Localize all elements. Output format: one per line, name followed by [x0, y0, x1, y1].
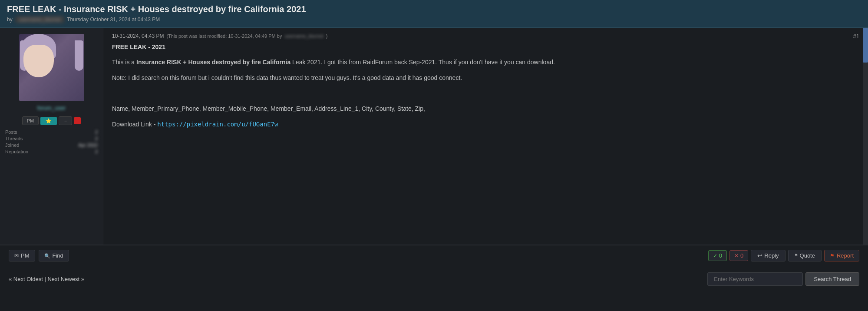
- stat-joined-val: Apr 2022: [78, 142, 98, 148]
- vote-down-count: 0: [740, 252, 743, 259]
- pm-label: PM: [21, 252, 30, 259]
- stat-rep: Reputation 2: [5, 149, 98, 154]
- post-modifier-name: username_blurred: [284, 33, 323, 39]
- post-paragraph-3: [112, 89, 859, 99]
- quote-icon: [795, 252, 798, 259]
- post-modified-text: (This post was last modified: 10-31-2024…: [166, 33, 282, 39]
- user-actions-row: PM ⭐ ···: [22, 116, 81, 125]
- footer-nav: « Next Oldest | Next Newest » Search Thr…: [0, 266, 868, 292]
- scrollbar-thumb[interactable]: [863, 28, 868, 63]
- vote-down-icon: [734, 252, 739, 259]
- stat-posts: Posts 2: [5, 129, 98, 135]
- post-user-panel: forum_user PM ⭐ ··· Posts 2 Threads 2 Jo…: [0, 28, 103, 245]
- post-paragraph-1: This is a Insurance RISK + Houses destro…: [112, 57, 859, 68]
- search-keywords-input[interactable]: [707, 272, 803, 286]
- download-label: Download Link -: [112, 121, 157, 128]
- post-actions-right: 0 0 Reply Quote Report: [708, 250, 859, 261]
- quote-label: Quote: [800, 252, 815, 259]
- post-number: #1: [853, 33, 859, 40]
- post-content-panel: #1 10-31-2024, 04:43 PM (This post was l…: [103, 28, 868, 245]
- thread-date: Thursday October 31, 2024 at 04:43 PM: [67, 17, 160, 23]
- post-actions-bar: PM Find 0 0 Reply Quote: [0, 245, 868, 266]
- avatar-image: [19, 34, 84, 101]
- stat-threads: Threads 2: [5, 136, 98, 141]
- report-button[interactable]: Report: [824, 250, 859, 261]
- stat-threads-label: Threads: [5, 136, 23, 141]
- user-badge-icon: [74, 117, 81, 124]
- stat-joined: Joined Apr 2022: [5, 142, 98, 148]
- user-stats: Posts 2 Threads 2 Joined Apr 2022 Reputa…: [5, 129, 98, 156]
- user-btn-1[interactable]: PM: [22, 116, 39, 125]
- nav-newest-link[interactable]: Next Newest »: [47, 276, 84, 282]
- vote-up-icon: [713, 252, 717, 259]
- thread-header: FREE LEAK - Insurance RISK + Houses dest…: [0, 0, 868, 28]
- post-modifier-close: ): [326, 33, 328, 39]
- post-username: forum_user: [37, 105, 66, 111]
- download-url[interactable]: https://pixeldrain.com/u/fUGanE7w: [157, 121, 278, 128]
- vote-up-count: 0: [719, 252, 722, 259]
- stat-posts-val: 2: [95, 129, 98, 135]
- post-body: This is a Insurance RISK + Houses destro…: [112, 57, 859, 130]
- thread-title: FREE LEAK - Insurance RISK + Houses dest…: [7, 4, 861, 14]
- post-download-line: Download Link - https://pixeldrain.com/u…: [112, 119, 859, 130]
- user-avatar: [19, 34, 84, 101]
- body-link: Insurance RISK + Houses destroyed by fir…: [136, 59, 290, 66]
- body-suffix: Leak 2021. I got this from RaidForum bac…: [290, 59, 555, 66]
- stat-posts-label: Posts: [5, 129, 17, 135]
- find-button[interactable]: Find: [39, 250, 69, 261]
- find-icon: [44, 252, 50, 259]
- user-btn-2[interactable]: ···: [59, 116, 72, 125]
- thread-author: username_blurred: [15, 16, 64, 23]
- pm-button[interactable]: PM: [9, 250, 35, 261]
- scrollbar-track[interactable]: [863, 28, 868, 245]
- footer-nav-links: « Next Oldest | Next Newest »: [9, 276, 84, 282]
- avatar-face: [23, 45, 54, 77]
- find-label: Find: [53, 252, 63, 259]
- post-row: forum_user PM ⭐ ··· Posts 2 Threads 2 Jo…: [0, 28, 868, 245]
- post-meta: 10-31-2024, 04:43 PM (This post was last…: [112, 33, 859, 39]
- body-prefix: This is a: [112, 59, 136, 66]
- stat-rep-val: 2: [95, 149, 98, 154]
- nav-oldest-link[interactable]: « Next Oldest: [9, 276, 43, 282]
- vote-down-button[interactable]: 0: [729, 250, 748, 261]
- nav-separator: |: [43, 276, 48, 282]
- post-title: FREE LEAK - 2021: [112, 43, 859, 50]
- report-icon: [830, 252, 835, 259]
- search-thread-button[interactable]: Search Thread: [805, 272, 859, 286]
- post-actions-left: PM Find: [9, 250, 69, 261]
- vote-up-button[interactable]: 0: [708, 250, 727, 261]
- reply-label: Reply: [764, 252, 779, 259]
- post-fields-line: Name, Member_Primary_Phone, Member_Mobil…: [112, 104, 859, 114]
- user-btn-teal[interactable]: ⭐: [40, 117, 57, 125]
- thread-byline: by username_blurred Thursday October 31,…: [7, 16, 861, 23]
- stat-threads-val: 2: [95, 136, 98, 141]
- post-date: 10-31-2024, 04:43 PM: [112, 33, 164, 39]
- stat-rep-label: Reputation: [5, 149, 28, 154]
- reply-button[interactable]: Reply: [751, 250, 785, 261]
- quote-button[interactable]: Quote: [788, 250, 822, 261]
- stat-joined-label: Joined: [5, 142, 19, 148]
- by-label: by: [7, 17, 13, 23]
- avatar-hair-right: [75, 40, 83, 71]
- report-label: Report: [837, 252, 854, 259]
- reply-icon: [757, 252, 762, 259]
- footer-search: Search Thread: [707, 272, 859, 286]
- post-paragraph-2: Note: I did search on this forum but i c…: [112, 73, 859, 83]
- pm-icon: [14, 252, 19, 259]
- main-content: forum_user PM ⭐ ··· Posts 2 Threads 2 Jo…: [0, 28, 868, 292]
